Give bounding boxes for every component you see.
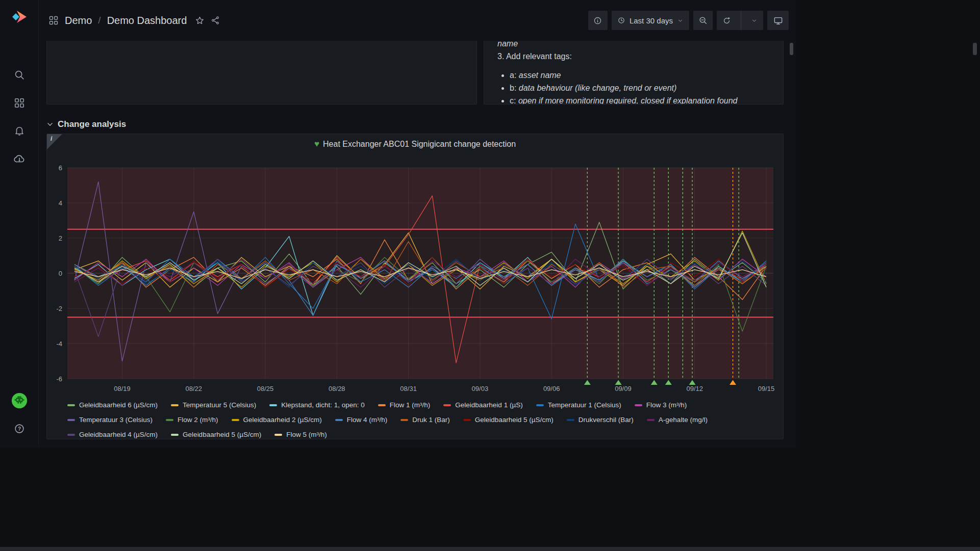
legend-swatch bbox=[536, 404, 544, 406]
legend-item[interactable]: Klepstand, dicht: 1, open: 0 bbox=[269, 401, 365, 409]
legend-label: Druk 1 (Bar) bbox=[412, 416, 450, 424]
row-toggle-change-analysis[interactable]: Change analysis bbox=[46, 116, 126, 133]
panel-title[interactable]: ♥Heat Exchanger ABC01 Signigicant change… bbox=[47, 139, 783, 149]
sidebar-item-alerting[interactable] bbox=[9, 120, 30, 142]
scrollbar-thumb-right[interactable] bbox=[973, 43, 977, 55]
x-axis-tick-label: 09/03 bbox=[472, 385, 489, 392]
change-detection-panel: i ♥Heat Exchanger ABC01 Signigicant chan… bbox=[46, 134, 784, 439]
monitor-icon bbox=[773, 16, 783, 25]
legend-swatch bbox=[269, 404, 277, 406]
legend-item[interactable]: Geleidbaarheid 6 (µS/cm) bbox=[67, 401, 158, 409]
clock-icon bbox=[617, 16, 625, 24]
annotation-marker bbox=[665, 380, 672, 385]
sidebar: ? bbox=[0, 0, 39, 448]
legend-item[interactable]: Flow 3 (m³/h) bbox=[635, 401, 687, 409]
refresh-button[interactable] bbox=[717, 11, 737, 30]
notes-numbered-item: 3. Add relevant tags: bbox=[497, 50, 772, 63]
refresh-interval-button[interactable] bbox=[745, 11, 763, 30]
legend-item[interactable]: Flow 5 (m³/h) bbox=[274, 431, 327, 438]
grafana-window: ? Demo / Demo Dashboard bbox=[0, 0, 796, 448]
legend-label: Flow 4 (m³/h) bbox=[347, 416, 388, 424]
legend-label: Geleidbaarheid 5 (µS/cm) bbox=[183, 431, 261, 438]
time-range-picker[interactable]: Last 30 days bbox=[612, 11, 689, 30]
threshold-region-upper bbox=[67, 168, 773, 229]
empty-panel bbox=[46, 41, 477, 104]
annotation-marker bbox=[730, 380, 736, 385]
legend-item[interactable]: A-gehalte (mg/l) bbox=[647, 416, 708, 424]
legend-swatch bbox=[378, 404, 386, 406]
grafana-logo[interactable] bbox=[9, 6, 30, 28]
x-axis-tick-label: 08/31 bbox=[400, 385, 417, 392]
x-axis-tick-label: 08/28 bbox=[329, 385, 345, 392]
notes-bullet: a: asset name bbox=[510, 69, 772, 82]
x-axis-tick-label: 08/22 bbox=[186, 385, 203, 392]
legend-item[interactable]: Temperatuur 1 (Celsius) bbox=[536, 401, 621, 409]
sidebar-item-search[interactable] bbox=[9, 64, 30, 86]
topbar-actions: Last 30 days bbox=[588, 11, 789, 30]
sidebar-item-help[interactable]: ? bbox=[9, 418, 30, 439]
y-axis-tick-label: 0 bbox=[59, 270, 62, 277]
info-icon bbox=[593, 16, 602, 25]
share-icon bbox=[211, 16, 220, 25]
legend-swatch bbox=[67, 434, 75, 436]
legend-item[interactable]: Drukverschil (Bar) bbox=[567, 416, 634, 424]
legend-item[interactable]: Geleidbaarheid 4 (µS/cm) bbox=[67, 431, 158, 438]
x-axis-tick-label: 09/15 bbox=[758, 385, 775, 392]
share-button[interactable] bbox=[211, 16, 220, 25]
legend-item[interactable]: Geleidbaarheid 5 (µS/cm) bbox=[171, 431, 261, 438]
legend-item[interactable]: Druk 1 (Bar) bbox=[400, 416, 450, 424]
chart-legend: Geleidbaarheid 6 (µS/cm)Temperatuur 5 (C… bbox=[67, 401, 777, 438]
threshold-region-lower bbox=[67, 317, 773, 379]
star-button[interactable] bbox=[195, 16, 205, 25]
x-axis-tick-label: 08/25 bbox=[257, 385, 274, 392]
notes-partial-line: name bbox=[497, 41, 772, 50]
legend-item[interactable]: Geleidbaarheid 2 (µS/cm) bbox=[232, 416, 322, 424]
annotation-marker bbox=[689, 380, 696, 385]
y-axis-tick-label: 2 bbox=[59, 234, 62, 242]
legend-label: Flow 5 (m³/h) bbox=[286, 431, 327, 438]
annotation-marker bbox=[615, 380, 622, 385]
panel-info-button[interactable] bbox=[588, 11, 608, 30]
legend-swatch bbox=[400, 419, 408, 421]
y-axis-tick-label: -2 bbox=[56, 305, 62, 312]
y-axis-tick-label: 6 bbox=[59, 164, 62, 172]
breadcrumb-separator: / bbox=[98, 15, 100, 26]
legend-label: Geleidbaarheid 4 (µS/cm) bbox=[79, 431, 158, 438]
legend-item[interactable]: Flow 4 (m³/h) bbox=[335, 416, 388, 424]
time-series-chart[interactable]: 6420-2-4-608/1908/2208/2508/2808/3109/03… bbox=[50, 154, 781, 399]
sidebar-item-incidents[interactable] bbox=[9, 148, 30, 170]
legend-label: Geleidbaarheid 6 (µS/cm) bbox=[79, 401, 158, 409]
zoom-out-button[interactable] bbox=[693, 11, 713, 30]
legend-swatch bbox=[647, 419, 655, 421]
page-scrollbar-thumb[interactable] bbox=[790, 43, 793, 55]
legend-item[interactable]: Flow 1 (m³/h) bbox=[378, 401, 431, 409]
legend-swatch bbox=[274, 434, 282, 436]
legend-label: Geleidbaarheid 1 (µS) bbox=[455, 401, 522, 409]
legend-item[interactable]: Geleidbaarheid 5 (µS/cm) bbox=[463, 416, 554, 424]
sidebar-item-dashboards[interactable] bbox=[9, 92, 30, 114]
user-avatar[interactable] bbox=[9, 390, 30, 411]
legend-label: Flow 3 (m³/h) bbox=[646, 401, 687, 409]
legend-item[interactable]: Geleidbaarheid 1 (µS) bbox=[443, 401, 522, 409]
annotation-marker bbox=[584, 380, 591, 385]
breadcrumb-app[interactable]: Demo bbox=[65, 15, 92, 27]
tv-mode-button[interactable] bbox=[767, 11, 789, 30]
legend-swatch bbox=[67, 419, 75, 421]
breadcrumb-page[interactable]: Demo Dashboard bbox=[107, 15, 187, 27]
legend-item[interactable]: Temperatuur 5 (Celsius) bbox=[171, 401, 256, 409]
chevron-down-icon bbox=[46, 121, 54, 128]
annotation-marker bbox=[651, 380, 658, 385]
legend-label: Temperatuur 3 (Celsius) bbox=[79, 416, 153, 424]
legend-item[interactable]: Flow 2 (m³/h) bbox=[166, 416, 218, 424]
bell-icon bbox=[14, 125, 25, 137]
y-axis-tick-label: -4 bbox=[56, 340, 62, 348]
legend-swatch bbox=[67, 404, 75, 406]
legend-label: Klepstand, dicht: 1, open: 0 bbox=[281, 401, 365, 409]
legend-label: Drukverschil (Bar) bbox=[579, 416, 634, 424]
avatar-icon bbox=[11, 392, 28, 409]
svg-text:?: ? bbox=[17, 426, 20, 432]
legend-item[interactable]: Temperatuur 3 (Celsius) bbox=[67, 416, 153, 424]
panel-title-text: Heat Exchanger ABC01 Signigicant change … bbox=[323, 140, 516, 148]
breadcrumb: Demo / Demo Dashboard bbox=[48, 15, 220, 27]
taskbar bbox=[0, 547, 980, 551]
